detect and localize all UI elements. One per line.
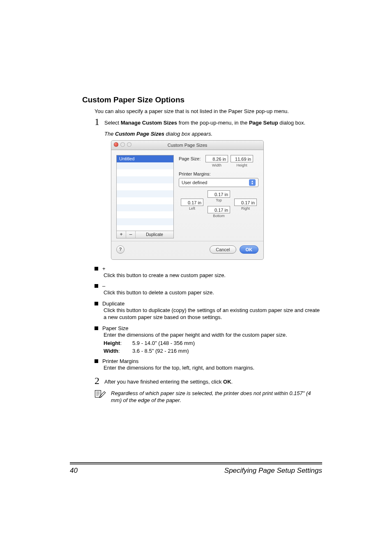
- margin-top-field[interactable]: 0.17 in: [208, 190, 230, 198]
- bullet-printer-margins: Printer Margins Enter the dimensions for…: [95, 358, 322, 372]
- page: Custom Paper Size Options You can also s…: [0, 0, 392, 555]
- list-item: [117, 183, 173, 190]
- footer-title: Specifying Page Setup Settings: [95, 467, 322, 475]
- content-area: Custom Paper Size Options You can also s…: [82, 95, 322, 404]
- bullet-plus: + Click this button to create a new cust…: [95, 266, 322, 279]
- page-footer: 40 Specifying Page Setup Settings: [70, 462, 322, 475]
- margin-left-label: Left: [181, 206, 203, 210]
- bullet-duplicate: Duplicate Click this button to duplicate…: [95, 301, 322, 321]
- list-item: [117, 204, 173, 211]
- margin-bottom-field[interactable]: 0.17 in: [208, 206, 230, 213]
- bullet-icon: [95, 302, 98, 305]
- dialog-caption: The Custom Page Sizes dialog box appears…: [104, 131, 322, 137]
- duplicate-button[interactable]: Duplicate: [136, 231, 173, 238]
- ok-button[interactable]: OK: [240, 245, 259, 254]
- note-icon: [95, 390, 106, 404]
- step-2: 2 After you have finished entering the s…: [95, 376, 322, 386]
- list-item: [117, 169, 173, 176]
- bullet-icon: [95, 267, 98, 271]
- margin-top-label: Top: [208, 198, 230, 202]
- list-item: [117, 162, 173, 169]
- width-field[interactable]: 8.26 in: [205, 155, 228, 162]
- dialog-title: Custom Page Sizes: [168, 143, 208, 148]
- page-number: 40: [70, 467, 95, 475]
- margin-left-field[interactable]: 0.17 in: [181, 199, 203, 206]
- section-heading: Custom Paper Size Options: [82, 95, 322, 104]
- width-spec: Width: 3.6 - 8.5" (92 - 216 mm): [104, 348, 322, 354]
- dialog-body: Untitled +: [111, 150, 263, 241]
- height-field[interactable]: 11.69 in: [231, 155, 253, 162]
- list-toolbar: + – Duplicate: [116, 231, 174, 238]
- width-label: Width: [204, 163, 229, 167]
- intro-paragraph: You can also specify a paper size that i…: [95, 108, 322, 115]
- list-item: [117, 197, 173, 204]
- step-1: 1 Select Manage Custom Sizes from the po…: [95, 117, 322, 127]
- size-settings: Page Size: 8.26 in 11.69 in Width Height…: [179, 155, 258, 238]
- list-item: [117, 218, 173, 225]
- custom-page-sizes-dialog: Custom Page Sizes Untitled: [111, 140, 264, 260]
- step-2-text: After you have finished entering the set…: [104, 376, 322, 386]
- zoom-icon[interactable]: [127, 142, 131, 147]
- cancel-button[interactable]: Cancel: [210, 245, 236, 254]
- margin-right-field[interactable]: 0.17 in: [234, 199, 257, 206]
- list-item: [117, 211, 173, 218]
- margin-right-label: Right: [234, 206, 257, 210]
- margin-bottom-label: Bottom: [208, 214, 230, 218]
- bullet-minus: – Click this button to delete a custom p…: [95, 283, 322, 296]
- select-arrows-icon: ▲▼: [249, 179, 256, 186]
- bullet-icon: [95, 284, 98, 288]
- bullet-paper-size: Paper Size Enter the dimensions of the p…: [95, 325, 322, 354]
- help-button[interactable]: ?: [116, 245, 125, 254]
- page-size-row: Page Size: 8.26 in 11.69 in: [179, 155, 258, 162]
- sizes-listbox[interactable]: Untitled: [116, 155, 174, 231]
- printer-margins-label: Printer Margins:: [179, 171, 258, 176]
- add-button[interactable]: +: [117, 231, 126, 238]
- remove-button[interactable]: –: [126, 231, 136, 238]
- printer-margins-select[interactable]: User defined ▲▼: [179, 178, 258, 187]
- section-body: You can also specify a paper size that i…: [95, 108, 322, 404]
- step-1-text: Select Manage Custom Sizes from the pop-…: [104, 117, 322, 127]
- minimize-icon[interactable]: [120, 142, 125, 147]
- list-item-selected[interactable]: Untitled: [117, 155, 173, 162]
- dialog-footer: ? Cancel OK: [111, 241, 263, 259]
- margins-grid: 0.17 in Top 0.17 in Left 0.17 in Right 0…: [179, 190, 258, 221]
- bullet-icon: [95, 359, 98, 363]
- window-controls: [114, 142, 131, 147]
- dialog-titlebar: Custom Page Sizes: [111, 141, 263, 150]
- step-1-number: 1: [95, 117, 104, 127]
- height-label: Height: [229, 163, 254, 167]
- close-icon[interactable]: [114, 142, 118, 147]
- options-list: + Click this button to create a new cust…: [95, 266, 322, 372]
- list-item: [117, 176, 173, 183]
- svg-rect-0: [95, 390, 101, 397]
- bullet-icon: [95, 326, 98, 330]
- height-spec: Height: 5.9 - 14.0" (148 - 356 mm): [104, 340, 322, 346]
- page-size-label: Page Size:: [179, 156, 201, 161]
- note: Regardless of which paper size is select…: [95, 390, 322, 404]
- note-text: Regardless of which paper size is select…: [111, 390, 322, 404]
- sizes-list-pane: Untitled +: [116, 155, 174, 238]
- list-item: [117, 190, 173, 197]
- step-2-number: 2: [95, 376, 104, 386]
